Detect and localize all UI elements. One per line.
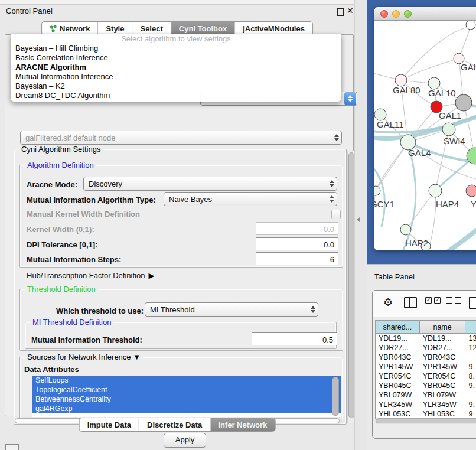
table-cell xyxy=(465,353,476,362)
algorithm-option[interactable]: ARACNE Algorithm xyxy=(11,63,341,72)
aracne-mode-value: Discovery xyxy=(89,180,122,188)
close-window-button[interactable] xyxy=(380,10,388,18)
table-panel: Table Panel ⚙ ✓✓ shared...nameA YDL19...… xyxy=(367,264,476,450)
dpi-tolerance-field[interactable] xyxy=(256,237,338,250)
control-panel: Control Panel ✕ NetworkStyleSelectCyni T… xyxy=(0,0,354,450)
tab-label: jActiveMNodules xyxy=(243,24,305,33)
triangle-down-icon: ▼ xyxy=(133,353,141,361)
algorithm-option[interactable]: Mutual Information Inference xyxy=(11,72,341,81)
aracne-mode-combobox[interactable]: Discovery xyxy=(83,177,337,191)
export-table-icon[interactable] xyxy=(469,297,476,309)
column-header-a[interactable]: A xyxy=(465,321,476,333)
tab-cyni-toolbox[interactable]: Cyni Toolbox xyxy=(171,22,234,35)
bottom-tab-impute-data[interactable]: Impute Data xyxy=(80,418,139,431)
network-node-label: GCY1 xyxy=(374,199,395,209)
apply-button[interactable]: Apply xyxy=(164,433,206,448)
algorithm-option[interactable]: Dream8 DC_TDC Algorithm xyxy=(11,91,341,100)
tab-network[interactable]: Network xyxy=(42,22,97,35)
deselect-all-icon[interactable] xyxy=(446,297,461,304)
network-node-gal1[interactable] xyxy=(455,94,472,111)
tab-label: Cyni Toolbox xyxy=(179,24,227,33)
bottom-tab-infer-network[interactable]: Infer Network xyxy=(210,418,275,431)
hub-definition-toggle[interactable]: Hub/Transcription Factor Definition▶ xyxy=(27,271,154,280)
split-columns-icon[interactable] xyxy=(404,297,417,308)
network-window-titlebar[interactable] xyxy=(374,7,476,21)
kernel-width-label: Kernel Width (0,1): xyxy=(27,225,94,234)
data-attribute-item[interactable]: BetweennessCentrality xyxy=(32,394,341,404)
mi-threshold-label: Mutual Information Threshold: xyxy=(31,335,142,344)
checked-box-icon: ✓ xyxy=(434,297,441,304)
table-row[interactable]: YLR345WYLR345W9. xyxy=(376,400,476,409)
table-horizontal-scrollbar[interactable] xyxy=(375,418,476,424)
network-node-swi4[interactable] xyxy=(442,123,455,136)
network-view-window[interactable]: GAL7GAL80GAL10GAL1GAL11SWI4GAL4GCY1HAP4Y… xyxy=(374,7,476,250)
table-row[interactable]: YPR145WYPR145W9. xyxy=(376,362,476,371)
network-canvas[interactable]: GAL7GAL80GAL10GAL1GAL11SWI4GAL4GCY1HAP4Y… xyxy=(374,21,476,250)
data-attribute-item[interactable]: SelfLoops xyxy=(32,376,341,385)
algorithm-option[interactable]: Bayesian – Hill Climbing xyxy=(11,44,341,53)
data-attributes-list[interactable]: SelfLoopsTopologicalCoefficientBetweenne… xyxy=(32,376,341,417)
table-row[interactable]: YDR27...YDR27...12 xyxy=(376,343,476,353)
mi-steps-field[interactable] xyxy=(256,252,338,265)
split-pane-divider[interactable] xyxy=(354,0,367,450)
algorithm-option[interactable]: Bayesian – K2 xyxy=(11,81,341,91)
zoom-window-button[interactable] xyxy=(404,10,412,18)
table-cell: 9. xyxy=(465,381,476,390)
sources-toggle[interactable]: Sources for Network Inference ▼ xyxy=(25,353,143,361)
network-node-hap4[interactable] xyxy=(429,184,442,197)
network-desktop: GAL7GAL80GAL10GAL1GAL11SWI4GAL4GCY1HAP4Y… xyxy=(367,0,476,264)
manual-kernel-checkbox[interactable] xyxy=(331,210,341,219)
table-row[interactable]: YDL19...YDL19...13 xyxy=(376,334,476,343)
algorithm-definition-title: Algorithm Definition xyxy=(25,161,96,169)
tab-select[interactable]: Select xyxy=(132,22,170,35)
gear-icon[interactable]: ⚙ xyxy=(383,297,393,308)
table-header-row: shared...nameA xyxy=(376,321,476,334)
network-node-label: HAP4 xyxy=(436,199,459,209)
table-cell: YDL19... xyxy=(376,334,420,343)
mi-threshold-field[interactable] xyxy=(252,332,337,345)
network-node-gcy1[interactable] xyxy=(374,186,380,195)
table-cell: YDR27... xyxy=(376,343,420,353)
table-row[interactable]: YBR045CYBR045C9. xyxy=(376,381,476,390)
unchecked-box-icon xyxy=(455,297,461,304)
network-edge xyxy=(406,191,435,230)
table-row[interactable]: YBR043CYBR043C xyxy=(376,353,476,362)
network-node-gal10[interactable] xyxy=(428,77,440,89)
tab-style[interactable]: Style xyxy=(97,22,132,35)
mi-type-value: Naive Bayes xyxy=(169,195,212,204)
table-row[interactable]: YBL079WYBL079W xyxy=(376,390,476,400)
network-node-gal80[interactable] xyxy=(395,74,407,86)
attributes-scrollbar[interactable] xyxy=(332,377,339,416)
bottom-tab-discretize-data[interactable]: Discretize Data xyxy=(139,418,210,431)
float-window-icon[interactable] xyxy=(337,8,344,16)
network-node-hap2[interactable] xyxy=(400,224,411,235)
algorithm-option[interactable]: Basic Correlation Inference xyxy=(11,53,341,63)
column-header-shared-[interactable]: shared... xyxy=(376,321,420,333)
table-cell xyxy=(465,390,476,400)
triangle-right-icon: ▶ xyxy=(148,271,154,280)
network-node-label: GAL10 xyxy=(428,88,456,98)
column-header-name[interactable]: name xyxy=(420,321,466,333)
network-node[interactable] xyxy=(466,21,475,30)
close-icon[interactable]: ✕ xyxy=(347,6,354,15)
network-table-combobox-value: galFiltered.sif default node xyxy=(25,133,115,142)
table-row[interactable]: YER054CYER054C8. xyxy=(376,371,476,381)
table-cell: YLR345W xyxy=(376,400,420,409)
minimize-window-button[interactable] xyxy=(392,10,400,18)
kernel-width-field[interactable] xyxy=(256,222,338,235)
network-node-y[interactable] xyxy=(466,185,476,197)
data-attribute-item[interactable]: gal4RGexp xyxy=(32,404,341,413)
which-threshold-combobox[interactable]: MI Threshold xyxy=(145,302,318,317)
tab-jactivemnodules[interactable]: jActiveMNodules xyxy=(234,22,312,35)
network-node-gal11[interactable] xyxy=(374,109,386,120)
collapsed-panel-stub xyxy=(5,444,19,450)
mi-threshold-title: MI Threshold Definition xyxy=(30,318,113,327)
network-table-combobox[interactable]: galFiltered.sif default node xyxy=(20,131,342,145)
threshold-definition-title: Threshold Definition xyxy=(25,285,98,294)
select-all-icon[interactable]: ✓✓ xyxy=(425,297,441,304)
mi-type-combobox[interactable]: Naive Bayes xyxy=(164,192,337,206)
data-attribute-item[interactable]: TopologicalCoefficient xyxy=(32,385,341,394)
splitter-handle-icon[interactable] xyxy=(357,217,360,222)
table-cell: YLR345W xyxy=(420,400,466,409)
table-cell: 8. xyxy=(465,371,476,381)
